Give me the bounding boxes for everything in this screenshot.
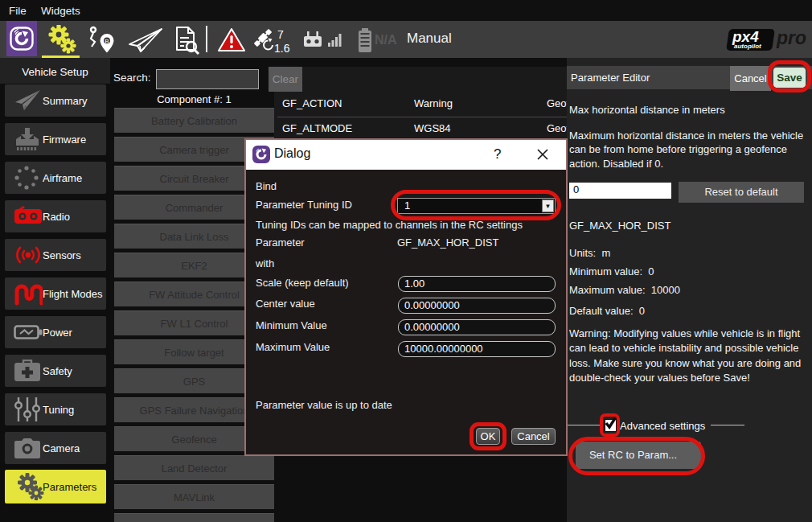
svg-text:B: B: [105, 38, 109, 45]
